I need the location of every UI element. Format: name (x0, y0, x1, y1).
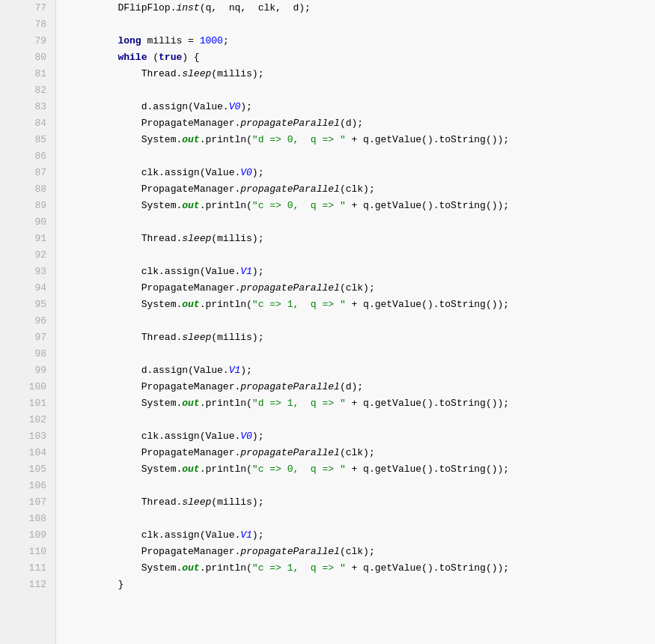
code-line-79: long millis = 1000; (71, 33, 655, 49)
line-num-97: 97 (0, 329, 55, 346)
line-num-82: 82 (0, 82, 55, 99)
code-line-110: PropagateManager.propagateParallel(clk); (71, 544, 655, 560)
line-num-80: 80 (0, 49, 55, 66)
line-num-112: 112 (0, 577, 55, 593)
code-line-93: clk.assign(Value.V1); (71, 264, 655, 280)
code-line-101: System.out.println("d => 1, q => " + q.g… (71, 395, 655, 412)
code-line-97: Thread.sleep(millis); (71, 329, 655, 346)
line-num-93: 93 (0, 264, 55, 280)
line-num-94: 94 (0, 280, 55, 297)
code-line-107: Thread.sleep(millis); (71, 494, 655, 511)
line-num-87: 87 (0, 165, 55, 181)
code-line-95: System.out.println("c => 1, q => " + q.g… (71, 297, 655, 313)
line-num-81: 81 (0, 66, 55, 82)
code-line-112: } (71, 577, 655, 593)
line-num-95: 95 (0, 297, 55, 313)
code-line-82 (71, 82, 655, 99)
line-num-89: 89 (0, 198, 55, 214)
code-area[interactable]: DFlipFlop.inst(q, nq, clk, d); long mill… (56, 0, 655, 644)
code-line-88: PropagateManager.propagateParallel(clk); (71, 181, 655, 198)
line-num-103: 103 (0, 428, 55, 445)
line-num-110: 110 (0, 544, 55, 560)
code-line-92 (71, 247, 655, 264)
code-line-85: System.out.println("d => 0, q => " + q.g… (71, 132, 655, 148)
code-line-106 (71, 478, 655, 494)
code-line-89: System.out.println("c => 0, q => " + q.g… (71, 198, 655, 214)
code-line-100: PropagateManager.propagateParallel(d); (71, 379, 655, 395)
line-num-83: 83 (0, 99, 55, 115)
line-num-79: 79 (0, 33, 55, 49)
line-num-86: 86 (0, 148, 55, 165)
code-line-98 (71, 346, 655, 362)
code-line-103: clk.assign(Value.V0); (71, 428, 655, 445)
code-line-77: DFlipFlop.inst(q, nq, clk, d); (71, 0, 655, 16)
code-line-109: clk.assign(Value.V1); (71, 527, 655, 544)
code-line-91: Thread.sleep(millis); (71, 231, 655, 247)
code-line-81: Thread.sleep(millis); (71, 66, 655, 82)
code-line-96 (71, 313, 655, 329)
line-num-88: 88 (0, 181, 55, 198)
line-num-105: 105 (0, 461, 55, 478)
line-num-90: 90 (0, 214, 55, 231)
code-editor: 77 78 79 80 81 82 83 84 85 86 87 88 89 9… (0, 0, 655, 644)
line-num-85: 85 (0, 132, 55, 148)
code-line-86 (71, 148, 655, 165)
line-num-109: 109 (0, 527, 55, 544)
line-num-84: 84 (0, 115, 55, 132)
line-num-101: 101 (0, 395, 55, 412)
line-numbers: 77 78 79 80 81 82 83 84 85 86 87 88 89 9… (0, 0, 56, 644)
code-line-84: PropagateManager.propagateParallel(d); (71, 115, 655, 132)
code-line-83: d.assign(Value.V0); (71, 99, 655, 115)
line-num-78: 78 (0, 16, 55, 33)
code-line-99: d.assign(Value.V1); (71, 362, 655, 379)
code-line-94: PropagateManager.propagateParallel(clk); (71, 280, 655, 297)
code-line-102 (71, 412, 655, 428)
line-num-92: 92 (0, 247, 55, 264)
line-num-98: 98 (0, 346, 55, 362)
line-num-91: 91 (0, 231, 55, 247)
code-line-104: PropagateManager.propagateParallel(clk); (71, 445, 655, 461)
line-num-104: 104 (0, 445, 55, 461)
line-num-106: 106 (0, 478, 55, 494)
line-num-111: 111 (0, 560, 55, 577)
line-num-107: 107 (0, 494, 55, 511)
code-line-80: while (true) { (71, 49, 655, 66)
line-num-100: 100 (0, 379, 55, 395)
code-line-87: clk.assign(Value.V0); (71, 165, 655, 181)
code-line-111: System.out.println("c => 1, q => " + q.g… (71, 560, 655, 577)
line-num-108: 108 (0, 511, 55, 527)
code-line-108 (71, 511, 655, 527)
code-line-105: System.out.println("c => 0, q => " + q.g… (71, 461, 655, 478)
code-line-78 (71, 16, 655, 33)
code-line-90 (71, 214, 655, 231)
line-num-99: 99 (0, 362, 55, 379)
line-num-77: 77 (0, 0, 55, 16)
line-num-102: 102 (0, 412, 55, 428)
line-num-96: 96 (0, 313, 55, 329)
